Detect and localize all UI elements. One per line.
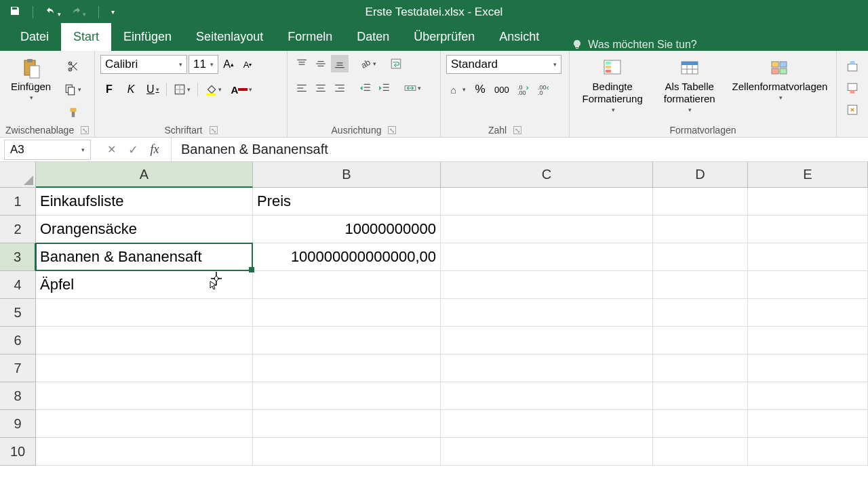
cell[interactable] [36,327,253,354]
row-header[interactable]: 9 [0,410,36,438]
cell[interactable] [441,216,653,243]
cell[interactable] [441,382,653,410]
dialog-launcher-icon[interactable]: ⤡ [388,126,396,134]
cell[interactable] [748,216,868,243]
tab-daten[interactable]: Daten [344,23,401,51]
cell[interactable]: 100000000000000,00 [253,243,441,271]
cell[interactable] [441,438,653,466]
bold-button[interactable]: F [100,81,118,98]
insert-cells-button[interactable] [842,58,863,75]
align-bottom-button[interactable] [331,55,349,73]
cell[interactable] [653,354,748,382]
tab-seitenlayout[interactable]: Seitenlayout [184,23,275,51]
cell[interactable] [36,438,253,466]
cell[interactable] [748,299,868,327]
tab-formeln[interactable]: Formeln [275,23,344,51]
cell-styles-button[interactable]: Zellenformatvorlagen▾ [729,55,831,104]
delete-cells-button[interactable] [842,79,863,97]
row-header[interactable]: 2 [0,216,36,243]
tab-ansicht[interactable]: Ansicht [487,23,551,51]
row-header[interactable]: 7 [0,354,36,382]
font-size-select[interactable]: 11▾ [189,55,218,74]
cut-button[interactable] [62,58,84,75]
col-header-d[interactable]: D [653,162,748,188]
tab-einfuegen[interactable]: Einfügen [111,23,184,51]
cell[interactable]: Bananen & Bananensaft [36,243,253,271]
decrease-font-button[interactable]: A▾ [239,56,256,73]
align-center-button[interactable] [312,79,330,97]
cancel-formula-button[interactable]: ✕ [100,140,122,160]
cell[interactable] [36,410,253,438]
cell[interactable] [748,188,868,216]
align-left-button[interactable] [293,79,311,97]
cell[interactable] [441,354,653,382]
cell[interactable] [253,438,441,466]
cell[interactable] [253,327,441,354]
cell[interactable] [748,327,868,354]
worksheet-grid[interactable]: A B C D E 1EinkaufslistePreis2Orangensäc… [0,162,868,466]
row-header[interactable]: 10 [0,438,36,466]
cell[interactable]: 10000000000 [253,216,441,243]
cell[interactable] [441,188,653,216]
align-right-button[interactable] [331,79,349,97]
cell[interactable] [36,382,253,410]
row-header[interactable]: 6 [0,327,36,354]
select-all-corner[interactable] [0,162,36,188]
row-header[interactable]: 5 [0,299,36,327]
decrease-indent-button[interactable] [357,79,374,97]
increase-decimal-button[interactable]: .0.00 [515,81,532,98]
percent-button[interactable]: % [471,81,489,98]
tab-start[interactable]: Start [61,23,111,51]
borders-button[interactable]: ▾ [171,81,193,98]
cell[interactable]: Äpfel [36,271,253,299]
formula-input[interactable]: Bananen & Bananensaft [172,142,868,157]
cell[interactable] [36,299,253,327]
cell[interactable] [748,271,868,299]
undo-icon[interactable]: ▾ [45,5,61,19]
orientation-button[interactable]: ab▾ [357,55,379,73]
col-header-c[interactable]: C [441,162,653,188]
cell[interactable] [653,410,748,438]
cell[interactable] [653,188,748,216]
dialog-launcher-icon[interactable]: ⤡ [513,126,521,134]
cell[interactable] [441,243,653,271]
cell[interactable] [253,271,441,299]
row-header[interactable]: 1 [0,188,36,216]
name-box[interactable]: A3▾ [4,140,91,160]
cell[interactable]: Preis [253,188,441,216]
decrease-decimal-button[interactable]: .00.0 [535,81,553,98]
cell[interactable] [748,438,868,466]
cell[interactable] [748,382,868,410]
cell[interactable] [653,438,748,466]
save-icon[interactable] [9,5,20,19]
italic-button[interactable]: K [122,81,140,98]
enter-formula-button[interactable]: ✓ [122,140,144,160]
number-format-select[interactable]: Standard▾ [446,55,561,74]
cell[interactable] [748,410,868,438]
cell[interactable] [441,327,653,354]
col-header-b[interactable]: B [253,162,441,188]
cell[interactable] [253,299,441,327]
cell[interactable] [748,354,868,382]
dialog-launcher-icon[interactable]: ⤡ [210,126,218,134]
col-header-e[interactable]: E [748,162,868,188]
conditional-formatting-button[interactable]: Bedingte Formatierung▾ [575,55,650,117]
cell[interactable]: Orangensäcke [36,216,253,243]
cell[interactable] [653,382,748,410]
underline-button[interactable]: U▾ [144,81,162,98]
cell[interactable] [748,243,868,271]
row-header[interactable]: 4 [0,271,36,299]
format-as-table-button[interactable]: Als Tabelle formatieren▾ [652,55,726,117]
cell[interactable] [441,299,653,327]
copy-button[interactable]: ▾ [62,81,84,98]
font-color-button[interactable]: A▾ [229,81,256,98]
comma-button[interactable]: 000 [492,81,512,98]
cell[interactable] [653,271,748,299]
increase-font-button[interactable]: A▴ [220,56,237,73]
paste-button[interactable]: Einfügen ▾ [5,55,56,104]
wrap-text-button[interactable] [387,55,405,73]
merge-center-button[interactable]: ▾ [401,79,424,97]
cell[interactable] [653,299,748,327]
row-header[interactable]: 8 [0,382,36,410]
insert-function-button[interactable]: fx [144,140,165,160]
